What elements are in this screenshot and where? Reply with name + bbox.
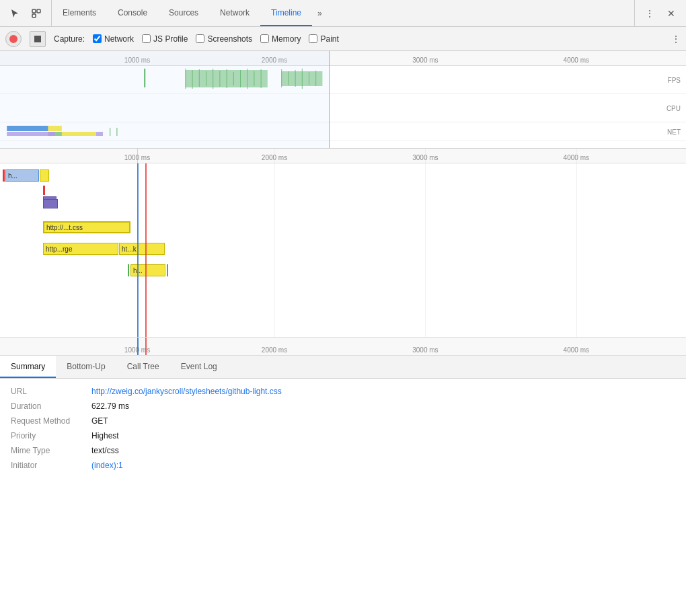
svg-rect-22 bbox=[309, 72, 309, 85]
summary-row-method: Request Method GET bbox=[11, 416, 675, 426]
summary-row-duration: Duration 622.79 ms bbox=[11, 401, 675, 411]
svg-rect-30 bbox=[82, 132, 96, 136]
priority-key: Priority bbox=[11, 431, 91, 440]
fps-label: FPS bbox=[668, 76, 681, 83]
stop-button[interactable] bbox=[30, 31, 46, 47]
waterfall-cursor-blue bbox=[137, 163, 139, 337]
more-tabs-button[interactable]: » bbox=[312, 0, 328, 26]
cursor-icon[interactable] bbox=[5, 4, 24, 23]
svg-rect-9 bbox=[206, 71, 206, 86]
tab-console[interactable]: Console bbox=[107, 0, 158, 26]
network-checkbox-label: Network bbox=[104, 34, 134, 44]
close-devtools-icon[interactable]: ✕ bbox=[662, 4, 681, 23]
net-bar-css-1-label: http://...t.css bbox=[46, 224, 83, 231]
timeline-overview[interactable]: 1000 ms 2000 ms 3000 ms 4000 ms FPS bbox=[0, 51, 686, 149]
initiator-value[interactable]: (index):1 bbox=[91, 461, 123, 470]
screenshots-checkbox-label: Screenshots bbox=[207, 34, 252, 44]
summary-content: URL http://zweig.co/jankyscroll/styleshe… bbox=[0, 379, 686, 484]
tab-call-tree[interactable]: Call Tree bbox=[116, 356, 170, 378]
waterfall-cursor-red bbox=[145, 163, 147, 337]
svg-rect-7 bbox=[192, 70, 193, 89]
tab-navigation: Elements Console Sources Network Timelin… bbox=[0, 0, 686, 27]
svg-rect-18 bbox=[281, 69, 282, 87]
net-bar-css-1[interactable]: http://...t.css bbox=[43, 221, 130, 233]
summary-row-url: URL http://zweig.co/jankyscroll/styleshe… bbox=[11, 387, 675, 396]
tab-elements[interactable]: Elements bbox=[52, 0, 107, 26]
method-key: Request Method bbox=[11, 416, 91, 426]
tab-summary[interactable]: Summary bbox=[0, 356, 56, 378]
initiator-key: Initiator bbox=[11, 461, 91, 470]
priority-value: Highest bbox=[91, 431, 119, 440]
overview-ruler: 1000 ms 2000 ms 3000 ms 4000 ms bbox=[0, 51, 686, 66]
checkbox-screenshots[interactable]: Screenshots bbox=[196, 34, 252, 44]
capture-more-icon[interactable]: ⋮ bbox=[671, 34, 681, 44]
svg-rect-14 bbox=[240, 70, 241, 87]
checkbox-memory[interactable]: Memory bbox=[260, 34, 301, 44]
svg-rect-4 bbox=[185, 70, 267, 87]
tab-bottom-up[interactable]: Bottom-Up bbox=[56, 356, 116, 378]
checkbox-jsprofile[interactable]: JS Profile bbox=[142, 34, 188, 44]
svg-rect-13 bbox=[233, 72, 234, 85]
tab-sources[interactable]: Sources bbox=[158, 0, 209, 26]
ruler-mark-1000: 1000 ms bbox=[124, 56, 150, 64]
net-bar-large-1[interactable]: http...rge bbox=[43, 243, 118, 255]
checkbox-network[interactable]: Network bbox=[93, 34, 134, 44]
url-key: URL bbox=[11, 387, 91, 396]
net-bar-indicator-red-2 bbox=[43, 186, 45, 195]
net-bar-html[interactable]: h... bbox=[5, 169, 39, 182]
svg-rect-27 bbox=[48, 126, 61, 131]
tab-timeline[interactable]: Timeline bbox=[260, 0, 312, 26]
net-bar-row-6[interactable]: h... bbox=[128, 264, 168, 276]
svg-rect-19 bbox=[288, 71, 289, 85]
net-bar-row-4[interactable]: http://...t.css bbox=[43, 221, 130, 233]
svg-rect-0 bbox=[32, 9, 36, 13]
summary-row-mime: Mime Type text/css bbox=[11, 446, 675, 455]
net-bar-indicator-red bbox=[3, 169, 5, 182]
mime-value: text/css bbox=[91, 446, 119, 455]
bottom-ruler: 1000 ms 2000 ms 3000 ms 4000 ms bbox=[0, 337, 686, 356]
ruler-tick-2000ms bbox=[274, 149, 275, 337]
bottom-ruler-cursor-blue bbox=[137, 338, 139, 355]
waterfall-area[interactable]: 1000 ms 2000 ms 3000 ms 4000 ms h... bbox=[0, 149, 686, 337]
svg-rect-17 bbox=[261, 69, 262, 88]
capture-label: Capture: bbox=[54, 34, 85, 44]
net-bar-h[interactable]: h... bbox=[130, 264, 165, 276]
svg-rect-2 bbox=[32, 14, 36, 17]
ruler-tick-3000ms bbox=[425, 149, 426, 337]
tab-event-log[interactable]: Event Log bbox=[170, 356, 228, 378]
svg-rect-24 bbox=[7, 126, 54, 131]
fps-lane: FPS bbox=[0, 66, 686, 94]
fps-chart bbox=[0, 66, 686, 94]
svg-rect-32 bbox=[116, 128, 117, 136]
waterfall-ruler-4000: 4000 ms bbox=[564, 154, 589, 161]
net-label-overview: NET bbox=[667, 128, 681, 135]
method-value: GET bbox=[91, 416, 108, 426]
paint-checkbox-label: Paint bbox=[320, 34, 338, 44]
bottom-ruler-4000: 4000 ms bbox=[564, 346, 589, 354]
tab-network[interactable]: Network bbox=[209, 0, 260, 26]
record-button[interactable] bbox=[5, 31, 22, 47]
net-bar-large-2-label: ht...k bbox=[122, 245, 137, 253]
ruler-mark-2000: 2000 ms bbox=[262, 56, 287, 64]
url-value[interactable]: http://zweig.co/jankyscroll/stylesheets/… bbox=[91, 387, 282, 396]
net-bar-large-2[interactable]: ht...k bbox=[119, 243, 165, 255]
waterfall-ruler-1000: 1000 ms bbox=[124, 154, 150, 161]
net-bar-row-1[interactable]: h... bbox=[3, 169, 49, 182]
checkbox-paint[interactable]: Paint bbox=[309, 34, 338, 44]
net-bar-html-label: h... bbox=[8, 172, 17, 180]
capture-toolbar: Capture: Network JS Profile Screenshots … bbox=[0, 27, 686, 51]
jsprofile-checkbox-label: JS Profile bbox=[153, 34, 188, 44]
more-options-icon[interactable]: ⋮ bbox=[640, 4, 659, 23]
waterfall-ruler: 1000 ms 2000 ms 3000 ms 4000 ms bbox=[0, 149, 686, 163]
svg-rect-21 bbox=[302, 69, 303, 89]
stop-square-icon bbox=[34, 36, 41, 42]
summary-row-initiator: Initiator (index):1 bbox=[11, 461, 675, 470]
net-bar-small-yellow-1 bbox=[40, 169, 49, 182]
svg-rect-23 bbox=[315, 71, 316, 86]
inspect-icon[interactable] bbox=[27, 4, 46, 23]
svg-rect-1 bbox=[37, 9, 40, 13]
svg-rect-6 bbox=[185, 69, 186, 89]
mime-key: Mime Type bbox=[11, 446, 91, 455]
cpu-lane: CPU bbox=[0, 94, 686, 122]
ruler-tick-4000ms bbox=[576, 149, 577, 337]
